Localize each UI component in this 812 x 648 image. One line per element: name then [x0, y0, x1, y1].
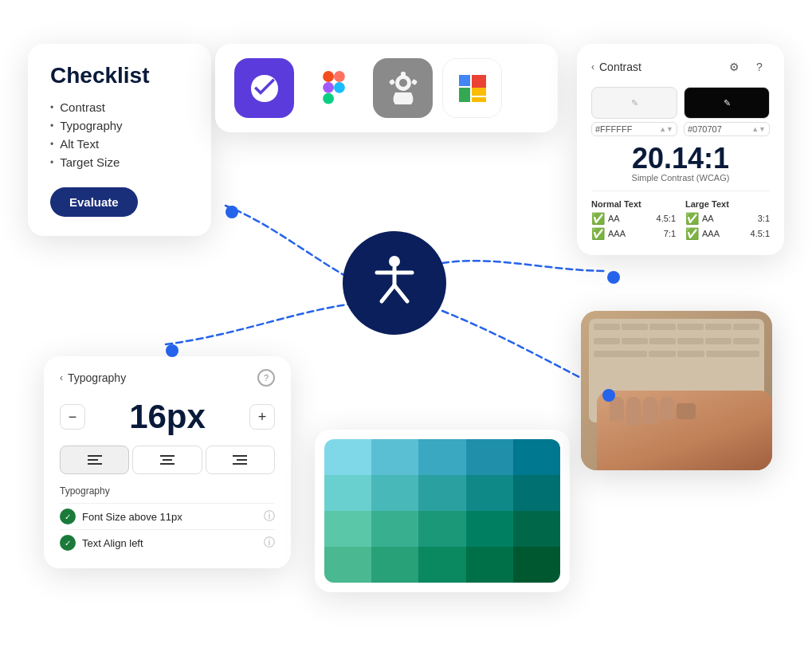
info-icon-align[interactable]: ⓘ	[264, 536, 275, 550]
checklist-item-alttext: Alt Text	[50, 135, 189, 153]
increase-fontsize-button[interactable]: +	[249, 404, 275, 430]
palette-cell-14[interactable]	[513, 511, 560, 547]
palette-cell-10[interactable]	[324, 511, 371, 547]
typography-header-left: ‹ Typography	[60, 371, 126, 384]
settings-icon-btn[interactable]: ⚙	[724, 57, 744, 77]
normal-text-header: Normal Text	[591, 199, 676, 209]
help-icon-btn[interactable]: ?	[749, 57, 770, 77]
wcag-grid: Normal Text ✅ AA 4.5:1 ✅ AAA 7:1 Large T…	[591, 190, 770, 242]
align-controls	[60, 446, 275, 474]
align-right-icon	[233, 454, 247, 465]
checklist-list: Contrast Typography Alt Text Target Size	[50, 98, 189, 171]
palette-cell-15[interactable]	[324, 547, 371, 583]
palette-cell-4[interactable]	[513, 439, 560, 475]
decrease-fontsize-button[interactable]: −	[60, 404, 85, 430]
align-left-icon	[88, 454, 102, 465]
large-aa-value: 3:1	[758, 214, 770, 223]
palette-cell-8[interactable]	[466, 475, 513, 511]
connector-dot-3	[607, 271, 620, 284]
check-align-label: Text Align left	[82, 537, 143, 549]
svg-point-5	[334, 81, 345, 92]
black-color-input[interactable]: #070707 ▲▼	[684, 122, 770, 136]
connector-dot-2	[166, 344, 178, 357]
white-chevron-icon: ▲▼	[659, 125, 673, 133]
black-color-swatch[interactable]: ✎	[684, 87, 770, 119]
hands-overlay	[597, 391, 772, 470]
normal-aaa-value: 7:1	[664, 229, 676, 238]
palette-cell-1[interactable]	[371, 439, 418, 475]
palette-cell-18[interactable]	[466, 547, 513, 583]
app-icon-brain[interactable]	[373, 58, 433, 118]
font-size-control: − 16px +	[60, 398, 275, 436]
typography-panel-header: ‹ Typography ?	[60, 369, 275, 387]
figma-logo	[314, 69, 354, 108]
check-item-fontsize: ✓ Font Size above 11px ⓘ	[60, 503, 275, 529]
svg-point-0	[389, 256, 400, 267]
checklist-item-typography: Typography	[50, 116, 189, 135]
palette-panel	[315, 430, 570, 592]
large-aaa-check-icon: ✅	[685, 227, 699, 240]
palette-cell-12[interactable]	[418, 511, 465, 547]
contrast-ratio-value: 20.14:1	[591, 144, 770, 173]
back-chevron-icon-2: ‹	[60, 372, 63, 383]
palette-cell-3[interactable]	[466, 439, 513, 475]
palette-cell-5[interactable]	[324, 475, 371, 511]
palette-cell-17[interactable]	[418, 547, 465, 583]
checklist-panel: Checklist Contrast Typography Alt Text T…	[28, 44, 211, 236]
app-icon-shortcut[interactable]	[234, 58, 294, 118]
large-aaa-row: ✅ AAA 4.5:1	[685, 227, 770, 240]
normal-text-col: Normal Text ✅ AA 4.5:1 ✅ AAA 7:1	[591, 199, 676, 242]
evaluate-button[interactable]: Evaluate	[50, 187, 138, 217]
large-aa-label: AA	[702, 214, 714, 223]
color-swatches: ✎ #FFFFFF ▲▼ ✎ #070707 ▲▼	[591, 87, 770, 136]
app-icon-google[interactable]	[442, 58, 502, 118]
check-circle-fontsize: ✓	[60, 509, 76, 524]
palette-cell-16[interactable]	[371, 547, 418, 583]
palette-cell-19[interactable]	[513, 547, 560, 583]
typography-panel: ‹ Typography ? − 16px +	[44, 356, 291, 568]
palette-cell-6[interactable]	[371, 475, 418, 511]
palette-cell-0[interactable]	[324, 439, 371, 475]
contrast-panel: ‹ Contrast ⚙ ? ✎ #FFFFFF ▲▼ ✎ #070707 ▲▼	[577, 44, 784, 255]
typography-help-btn[interactable]: ?	[257, 369, 275, 387]
shortcut-icon	[245, 69, 284, 108]
align-right-button[interactable]	[206, 446, 275, 474]
white-color-input[interactable]: #FFFFFF ▲▼	[591, 122, 677, 136]
white-color-swatch[interactable]: ✎	[591, 87, 677, 119]
palette-cell-13[interactable]	[466, 511, 513, 547]
check-item-align: ✓ Text Align left ⓘ	[60, 529, 275, 556]
info-icon-fontsize[interactable]: ⓘ	[264, 509, 275, 524]
white-swatch-box: ✎ #FFFFFF ▲▼	[591, 87, 677, 136]
check-fontsize-label: Font Size above 11px	[82, 511, 182, 523]
black-chevron-icon: ▲▼	[751, 125, 766, 133]
align-center-icon	[160, 454, 175, 465]
svg-rect-8	[401, 72, 406, 77]
app-icon-figma[interactable]	[304, 58, 363, 118]
contrast-ratio-label: Simple Contrast (WCAG)	[591, 173, 770, 183]
palette-cell-11[interactable]	[371, 511, 418, 547]
normal-aaa-label: AAA	[608, 229, 626, 238]
palette-cell-2[interactable]	[418, 439, 465, 475]
large-aaa-label: AAA	[702, 229, 720, 238]
contrast-title: Contrast	[599, 61, 641, 73]
check-item-align-left: ✓ Text Align left	[60, 535, 143, 551]
font-size-display: 16px	[129, 398, 206, 436]
normal-aaa-check-icon: ✅	[591, 227, 605, 240]
svg-rect-4	[323, 92, 334, 104]
brain-gear-icon	[383, 69, 423, 108]
typography-section-label: Typography	[60, 485, 275, 497]
checklist-title: Checklist	[50, 63, 189, 88]
normal-aa-label: AA	[608, 214, 620, 223]
normal-aa-check-icon: ✅	[591, 212, 605, 225]
connector-dot-4	[602, 389, 615, 402]
palette-cell-7[interactable]	[418, 475, 465, 511]
palette-cell-9[interactable]	[513, 475, 560, 511]
check-item-fontsize-left: ✓ Font Size above 11px	[60, 509, 182, 524]
svg-rect-2	[334, 71, 345, 82]
align-left-button[interactable]	[60, 446, 129, 474]
align-center-button[interactable]	[132, 446, 202, 474]
accessibility-icon	[343, 231, 446, 335]
large-aa-row: ✅ AA 3:1	[685, 212, 770, 225]
checklist-item-contrast: Contrast	[50, 98, 189, 116]
check-circle-align: ✓	[60, 535, 76, 551]
